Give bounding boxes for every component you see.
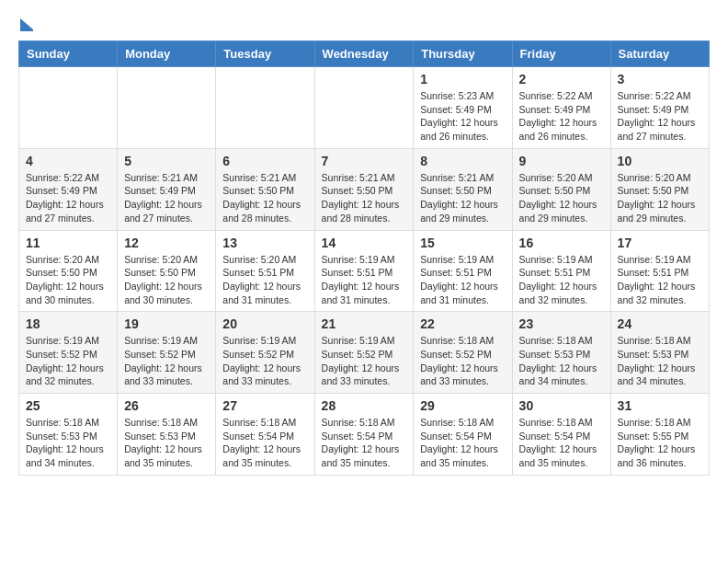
day-info: Sunrise: 5:19 AM Sunset: 5:52 PM Dayligh… — [322, 334, 407, 388]
calendar-cell: 23Sunrise: 5:18 AM Sunset: 5:53 PM Dayli… — [512, 312, 610, 394]
calendar-cell: 14Sunrise: 5:19 AM Sunset: 5:51 PM Dayli… — [314, 230, 414, 312]
weekday-header-sunday: Sunday — [19, 41, 118, 67]
calendar-cell: 3Sunrise: 5:22 AM Sunset: 5:49 PM Daylig… — [610, 67, 709, 149]
calendar-cell: 31Sunrise: 5:18 AM Sunset: 5:55 PM Dayli… — [610, 394, 709, 476]
weekday-header-wednesday: Wednesday — [314, 41, 414, 67]
calendar-cell — [216, 67, 314, 149]
day-info: Sunrise: 5:19 AM Sunset: 5:51 PM Dayligh… — [322, 253, 407, 307]
calendar-cell: 6Sunrise: 5:21 AM Sunset: 5:50 PM Daylig… — [216, 148, 314, 230]
weekday-header-thursday: Thursday — [414, 41, 512, 67]
day-number: 15 — [420, 236, 505, 250]
calendar-cell: 22Sunrise: 5:18 AM Sunset: 5:52 PM Dayli… — [414, 312, 512, 394]
calendar-cell: 26Sunrise: 5:18 AM Sunset: 5:53 PM Dayli… — [118, 394, 216, 476]
day-number: 31 — [618, 398, 702, 413]
calendar-cell: 7Sunrise: 5:21 AM Sunset: 5:50 PM Daylig… — [314, 148, 414, 230]
day-info: Sunrise: 5:19 AM Sunset: 5:52 PM Dayligh… — [26, 334, 110, 388]
calendar-table: SundayMondayTuesdayWednesdayThursdayFrid… — [18, 40, 710, 476]
day-number: 23 — [519, 316, 604, 331]
day-info: Sunrise: 5:20 AM Sunset: 5:50 PM Dayligh… — [618, 171, 702, 225]
day-info: Sunrise: 5:21 AM Sunset: 5:50 PM Dayligh… — [222, 171, 307, 225]
day-number: 6 — [222, 154, 307, 168]
day-number: 5 — [124, 154, 209, 168]
day-info: Sunrise: 5:23 AM Sunset: 5:49 PM Dayligh… — [420, 89, 505, 144]
calendar-cell: 10Sunrise: 5:20 AM Sunset: 5:50 PM Dayli… — [610, 148, 709, 230]
weekday-header-tuesday: Tuesday — [216, 41, 314, 67]
day-number: 1 — [420, 72, 505, 86]
calendar-cell: 5Sunrise: 5:21 AM Sunset: 5:49 PM Daylig… — [118, 148, 216, 230]
calendar-week-row: 11Sunrise: 5:20 AM Sunset: 5:50 PM Dayli… — [19, 230, 710, 312]
calendar-cell: 28Sunrise: 5:18 AM Sunset: 5:54 PM Dayli… — [314, 394, 414, 476]
weekday-header-friday: Friday — [512, 41, 610, 67]
calendar-week-row: 1Sunrise: 5:23 AM Sunset: 5:49 PM Daylig… — [19, 67, 710, 149]
calendar-cell: 2Sunrise: 5:22 AM Sunset: 5:49 PM Daylig… — [512, 67, 610, 149]
day-number: 2 — [519, 72, 604, 86]
calendar-cell: 11Sunrise: 5:20 AM Sunset: 5:50 PM Dayli… — [19, 230, 118, 312]
day-info: Sunrise: 5:21 AM Sunset: 5:50 PM Dayligh… — [322, 171, 407, 225]
day-info: Sunrise: 5:18 AM Sunset: 5:54 PM Dayligh… — [222, 416, 307, 470]
day-info: Sunrise: 5:18 AM Sunset: 5:53 PM Dayligh… — [618, 334, 702, 388]
day-info: Sunrise: 5:20 AM Sunset: 5:50 PM Dayligh… — [519, 171, 604, 225]
day-number: 29 — [420, 398, 505, 413]
day-number: 7 — [322, 154, 407, 168]
logo — [18, 18, 33, 31]
day-number: 25 — [26, 398, 110, 413]
calendar-cell — [314, 67, 414, 149]
day-info: Sunrise: 5:18 AM Sunset: 5:54 PM Dayligh… — [322, 416, 407, 470]
day-number: 26 — [124, 398, 209, 413]
calendar-cell — [19, 67, 118, 149]
calendar-cell: 19Sunrise: 5:19 AM Sunset: 5:52 PM Dayli… — [118, 312, 216, 394]
day-number: 27 — [222, 398, 307, 413]
day-info: Sunrise: 5:19 AM Sunset: 5:51 PM Dayligh… — [519, 253, 604, 307]
day-info: Sunrise: 5:19 AM Sunset: 5:52 PM Dayligh… — [222, 334, 307, 388]
day-info: Sunrise: 5:20 AM Sunset: 5:50 PM Dayligh… — [26, 253, 110, 307]
day-info: Sunrise: 5:22 AM Sunset: 5:49 PM Dayligh… — [618, 89, 702, 144]
calendar-cell: 20Sunrise: 5:19 AM Sunset: 5:52 PM Dayli… — [216, 312, 314, 394]
day-info: Sunrise: 5:20 AM Sunset: 5:50 PM Dayligh… — [124, 253, 209, 307]
calendar-cell: 27Sunrise: 5:18 AM Sunset: 5:54 PM Dayli… — [216, 394, 314, 476]
calendar-cell: 13Sunrise: 5:20 AM Sunset: 5:51 PM Dayli… — [216, 230, 314, 312]
day-number: 12 — [124, 236, 209, 250]
day-info: Sunrise: 5:21 AM Sunset: 5:49 PM Dayligh… — [124, 171, 209, 225]
calendar-cell: 9Sunrise: 5:20 AM Sunset: 5:50 PM Daylig… — [512, 148, 610, 230]
calendar-cell: 21Sunrise: 5:19 AM Sunset: 5:52 PM Dayli… — [314, 312, 414, 394]
day-number: 21 — [322, 316, 407, 331]
day-number: 16 — [519, 236, 604, 250]
day-number: 11 — [26, 236, 110, 250]
day-info: Sunrise: 5:18 AM Sunset: 5:53 PM Dayligh… — [26, 416, 110, 470]
day-info: Sunrise: 5:18 AM Sunset: 5:54 PM Dayligh… — [420, 416, 505, 470]
day-number: 18 — [26, 316, 110, 331]
day-info: Sunrise: 5:22 AM Sunset: 5:49 PM Dayligh… — [519, 89, 604, 144]
calendar-week-row: 4Sunrise: 5:22 AM Sunset: 5:49 PM Daylig… — [19, 148, 710, 230]
weekday-header-monday: Monday — [118, 41, 216, 67]
day-info: Sunrise: 5:19 AM Sunset: 5:51 PM Dayligh… — [420, 253, 505, 307]
day-info: Sunrise: 5:18 AM Sunset: 5:53 PM Dayligh… — [124, 416, 209, 470]
day-info: Sunrise: 5:21 AM Sunset: 5:50 PM Dayligh… — [420, 171, 505, 225]
calendar-cell: 15Sunrise: 5:19 AM Sunset: 5:51 PM Dayli… — [414, 230, 512, 312]
logo-icon — [20, 18, 33, 31]
calendar-week-row: 18Sunrise: 5:19 AM Sunset: 5:52 PM Dayli… — [19, 312, 710, 394]
day-info: Sunrise: 5:19 AM Sunset: 5:52 PM Dayligh… — [124, 334, 209, 388]
calendar-cell: 17Sunrise: 5:19 AM Sunset: 5:51 PM Dayli… — [610, 230, 709, 312]
day-info: Sunrise: 5:18 AM Sunset: 5:53 PM Dayligh… — [519, 334, 604, 388]
day-number: 14 — [322, 236, 407, 250]
day-number: 28 — [322, 398, 407, 413]
day-info: Sunrise: 5:20 AM Sunset: 5:51 PM Dayligh… — [222, 253, 307, 307]
calendar-cell: 12Sunrise: 5:20 AM Sunset: 5:50 PM Dayli… — [118, 230, 216, 312]
day-number: 30 — [519, 398, 604, 413]
calendar-cell: 16Sunrise: 5:19 AM Sunset: 5:51 PM Dayli… — [512, 230, 610, 312]
calendar-cell: 30Sunrise: 5:18 AM Sunset: 5:54 PM Dayli… — [512, 394, 610, 476]
calendar-cell: 24Sunrise: 5:18 AM Sunset: 5:53 PM Dayli… — [610, 312, 709, 394]
day-info: Sunrise: 5:18 AM Sunset: 5:54 PM Dayligh… — [519, 416, 604, 470]
weekday-header-row: SundayMondayTuesdayWednesdayThursdayFrid… — [19, 41, 710, 67]
header — [18, 18, 710, 31]
day-number: 19 — [124, 316, 209, 331]
calendar-cell: 18Sunrise: 5:19 AM Sunset: 5:52 PM Dayli… — [19, 312, 118, 394]
day-number: 20 — [222, 316, 307, 331]
day-info: Sunrise: 5:18 AM Sunset: 5:55 PM Dayligh… — [618, 416, 702, 470]
day-number: 3 — [618, 72, 702, 86]
day-number: 8 — [420, 154, 505, 168]
day-number: 17 — [618, 236, 702, 250]
calendar-cell: 8Sunrise: 5:21 AM Sunset: 5:50 PM Daylig… — [414, 148, 512, 230]
day-number: 24 — [618, 316, 702, 331]
calendar-week-row: 25Sunrise: 5:18 AM Sunset: 5:53 PM Dayli… — [19, 394, 710, 476]
